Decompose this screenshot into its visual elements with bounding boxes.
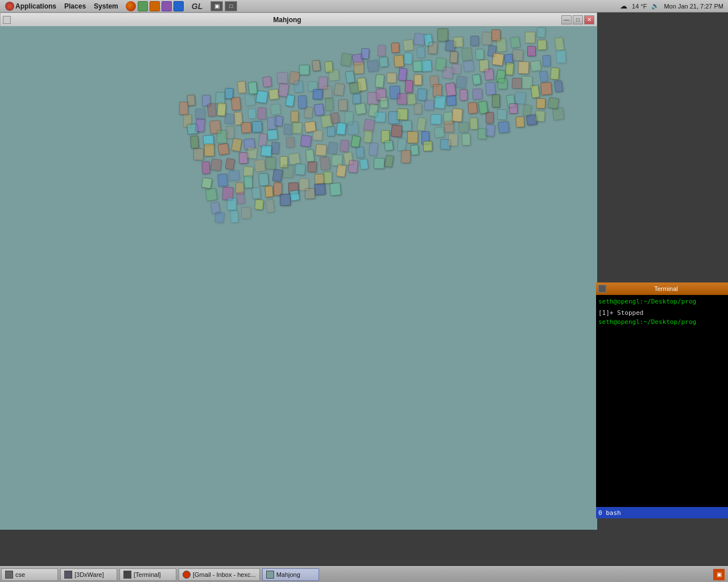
mahjong-tile[interactable] [525, 32, 535, 43]
mahjong-tile[interactable] [498, 121, 510, 134]
mahjong-tile[interactable] [230, 210, 239, 223]
mahjong-tile[interactable] [262, 76, 272, 88]
mahjong-tile[interactable] [416, 46, 425, 58]
mahjong-tile[interactable] [423, 141, 432, 152]
mahjong-tile[interactable] [354, 103, 366, 115]
mahjong-tile[interactable] [304, 106, 313, 118]
mahjong-tile[interactable] [305, 149, 315, 162]
mahjong-tile[interactable] [271, 142, 280, 155]
mahjong-tile[interactable] [231, 138, 242, 152]
mahjong-tile[interactable] [536, 98, 545, 109]
mahjong-tile[interactable] [195, 118, 205, 132]
mahjong-tile[interactable] [505, 62, 514, 75]
mahjong-tile[interactable] [289, 190, 300, 201]
mahjong-tile[interactable] [205, 188, 218, 202]
mahjong-tile[interactable] [314, 103, 324, 116]
mahjong-tile[interactable] [241, 207, 251, 219]
mahjong-tile[interactable] [277, 72, 288, 83]
mahjong-tile[interactable] [473, 89, 482, 99]
mahjong-tile[interactable] [350, 135, 361, 147]
mahjong-tile[interactable] [305, 188, 315, 199]
mahjong-tile[interactable] [256, 90, 268, 104]
mahjong-tile[interactable] [295, 163, 306, 176]
mahjong-tile[interactable] [453, 37, 464, 48]
mahjong-tile[interactable] [380, 97, 388, 109]
mahjong-tile[interactable] [179, 102, 188, 115]
mahjong-tile[interactable] [536, 27, 545, 38]
mahjong-tile[interactable] [324, 172, 332, 184]
mahjong-tile[interactable] [460, 89, 468, 101]
mahjong-tile[interactable] [451, 63, 462, 74]
mahjong-tile[interactable] [367, 59, 379, 72]
mahjong-tile[interactable] [320, 156, 331, 171]
mahjong-tile[interactable] [485, 82, 496, 95]
firefox-icon[interactable] [126, 1, 136, 11]
mahjong-tile[interactable] [413, 74, 421, 85]
mahjong-tile[interactable] [539, 70, 548, 82]
mahjong-tile[interactable] [541, 82, 553, 95]
mahjong-tile[interactable] [258, 107, 267, 119]
mahjong-tile[interactable] [444, 120, 454, 132]
mahjong-tile[interactable] [236, 192, 245, 204]
mahjong-tile[interactable] [359, 159, 369, 170]
mahjong-tile[interactable] [312, 60, 321, 71]
mahjong-tile[interactable] [397, 108, 408, 119]
mahjong-tile[interactable] [417, 117, 427, 131]
mahjong-tile[interactable] [340, 139, 349, 152]
mahjong-tile[interactable] [542, 55, 551, 66]
mahjong-tile[interactable] [537, 40, 547, 51]
mahjong-tile[interactable] [354, 62, 364, 74]
terminal-content[interactable]: seth@opengl:~/Desktop/prog [1]+ Stopped … [596, 295, 728, 507]
taskbar-item-mahjong[interactable]: Mahjong [262, 568, 319, 581]
mahjong-tile[interactable] [201, 161, 210, 174]
mahjong-tile[interactable] [421, 60, 432, 72]
mahjong-tile[interactable] [414, 103, 422, 114]
mahjong-tile[interactable] [225, 126, 234, 139]
mahjong-tile[interactable] [361, 48, 370, 59]
mahjong-tile[interactable] [552, 107, 565, 120]
mahjong-tile[interactable] [512, 49, 523, 61]
mahjong-tile[interactable] [403, 39, 414, 51]
mahjong-tile[interactable] [403, 53, 413, 65]
mahjong-tile[interactable] [471, 74, 481, 85]
mahjong-game-area[interactable] [0, 26, 597, 530]
mahjong-tile[interactable] [274, 116, 283, 127]
filemanager-icon[interactable] [138, 1, 148, 11]
mahjong-tile[interactable] [207, 103, 217, 117]
mahjong-tile[interactable] [338, 99, 348, 111]
mahjong-tile[interactable] [483, 68, 494, 81]
mahjong-tile[interactable] [424, 100, 435, 111]
mahjong-tile[interactable] [224, 113, 235, 124]
mahjong-tile[interactable] [491, 53, 504, 66]
mahjong-tile[interactable] [449, 51, 458, 63]
mahjong-tile[interactable] [291, 111, 299, 122]
mahjong-tile[interactable] [272, 169, 283, 182]
taskbar-item-terminal[interactable]: [Terminal] [119, 568, 176, 581]
mahjong-tile[interactable] [398, 68, 407, 81]
mahjong-tile[interactable] [434, 95, 446, 109]
mahjong-tile[interactable] [511, 78, 522, 89]
mahjong-tile[interactable] [556, 49, 566, 63]
mahjong-tile[interactable] [312, 89, 322, 99]
mahjong-tile[interactable] [347, 121, 359, 135]
taskbar-item-cse[interactable]: cse [1, 568, 58, 581]
mahjong-tile[interactable] [245, 93, 256, 106]
mahjong-tile[interactable] [431, 114, 442, 125]
mahjong-tile[interactable] [325, 98, 334, 111]
mahjong-tile[interactable] [248, 109, 257, 119]
mahjong-tile[interactable] [251, 187, 261, 199]
mahjong-tile[interactable] [514, 92, 526, 105]
mahjong-tile[interactable] [527, 46, 536, 56]
mahjong-tile[interactable] [363, 130, 373, 143]
mahjong-tile[interactable] [369, 142, 378, 156]
mahjong-tile[interactable] [463, 60, 474, 72]
mahjong-tile[interactable] [531, 85, 540, 98]
mahjong-tile[interactable] [191, 135, 200, 148]
mahjong-tile[interactable] [267, 129, 278, 140]
mahjong-tile[interactable] [458, 122, 469, 132]
mahjong-tile[interactable] [280, 194, 291, 206]
mahjong-tile[interactable] [357, 77, 367, 92]
mahjong-tile[interactable] [353, 93, 361, 104]
mahjong-tile[interactable] [448, 133, 458, 146]
mahjong-tile[interactable] [313, 130, 323, 140]
